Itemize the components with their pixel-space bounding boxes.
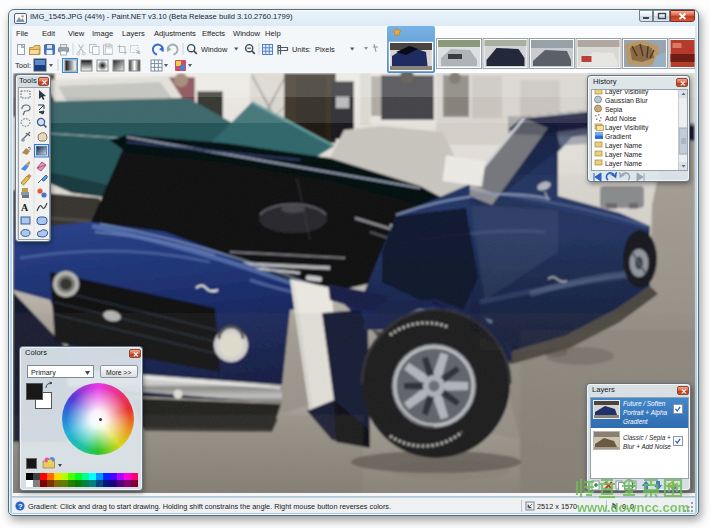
svg-text:A: A bbox=[21, 202, 29, 213]
svg-text:Add Noise: Add Noise bbox=[605, 115, 637, 122]
svg-text:Sepia: Sepia bbox=[605, 106, 623, 114]
svg-text:Window: Window bbox=[201, 45, 228, 54]
svg-text:?: ? bbox=[18, 502, 23, 511]
svg-text:Units:: Units: bbox=[292, 45, 311, 54]
svg-text:Layer Visibility: Layer Visibility bbox=[605, 124, 649, 132]
svg-text:Gaussian Blur: Gaussian Blur bbox=[605, 97, 648, 104]
svg-text:Layer Name: Layer Name bbox=[605, 151, 642, 159]
svg-text:Layer Name: Layer Name bbox=[605, 142, 642, 150]
svg-text:Layer Visibility: Layer Visibility bbox=[605, 90, 649, 96]
svg-text:Pixels: Pixels bbox=[315, 45, 335, 54]
svg-text:Tool:: Tool: bbox=[15, 61, 31, 70]
svg-text:Layer Name: Layer Name bbox=[605, 160, 642, 168]
svg-text:Gradient: Gradient bbox=[605, 133, 631, 140]
